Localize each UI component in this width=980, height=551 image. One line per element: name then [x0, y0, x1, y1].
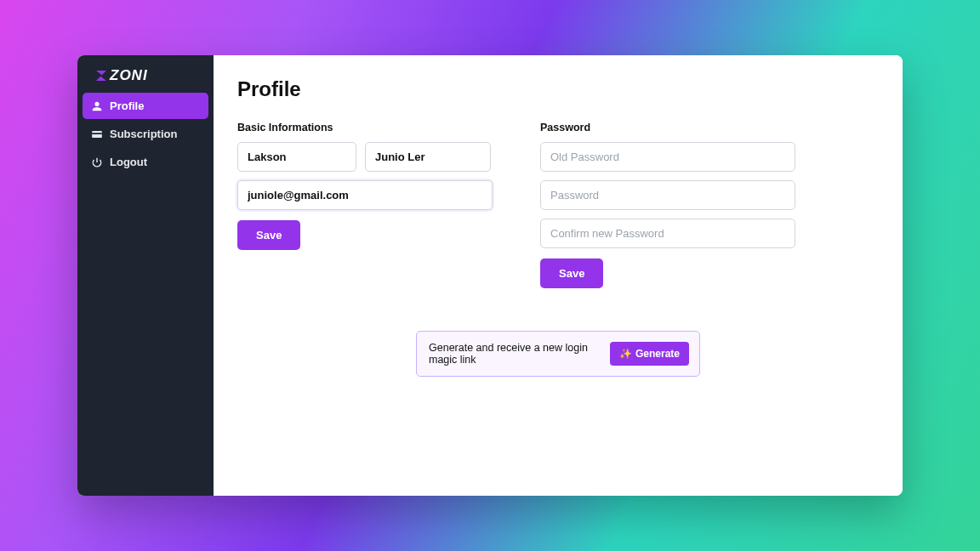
page-title: Profile: [237, 77, 879, 101]
generate-button[interactable]: ✨ Generate: [610, 342, 689, 366]
generate-button-label: Generate: [635, 348, 680, 360]
sidebar-item-label: Logout: [110, 156, 147, 168]
brand-logo-icon: [94, 69, 108, 82]
main-content: Profile Basic Informations Save Password…: [214, 55, 903, 496]
password-section-label: Password: [540, 122, 795, 133]
profile-columns: Basic Informations Save Password Save: [237, 122, 879, 288]
confirm-password-field[interactable]: [540, 219, 795, 248]
brand-logo: ZONI: [77, 55, 214, 93]
sidebar: ZONI Profile Subscription Logout: [77, 55, 214, 496]
user-icon: [91, 100, 103, 112]
magic-link-box: Generate and receive a new login magic l…: [416, 331, 700, 377]
card-icon: [91, 128, 103, 140]
app-window: ZONI Profile Subscription Logout: [77, 55, 903, 496]
password-section: Password Save: [540, 122, 795, 288]
brand-text: ZONI: [110, 67, 148, 84]
power-icon: [91, 156, 103, 168]
basic-section-label: Basic Informations: [237, 122, 493, 133]
sidebar-item-label: Profile: [110, 99, 144, 112]
new-password-field[interactable]: [540, 180, 795, 210]
first-name-field[interactable]: [237, 142, 356, 172]
sidebar-item-profile[interactable]: Profile: [83, 93, 208, 119]
sidebar-item-logout[interactable]: Logout: [83, 149, 208, 175]
sidebar-nav: Profile Subscription Logout: [77, 93, 214, 175]
save-basic-button[interactable]: Save: [237, 220, 300, 250]
svg-rect-1: [92, 133, 102, 134]
sidebar-item-label: Subscription: [110, 128, 177, 140]
email-field[interactable]: [237, 180, 493, 210]
name-row: [237, 142, 493, 172]
sidebar-item-subscription[interactable]: Subscription: [83, 121, 208, 147]
save-password-button[interactable]: Save: [540, 258, 603, 288]
last-name-field[interactable]: [365, 142, 491, 172]
magic-link-text: Generate and receive a new login magic l…: [429, 342, 600, 366]
basic-info-section: Basic Informations Save: [237, 122, 493, 288]
sparkle-icon: ✨: [619, 348, 632, 360]
old-password-field[interactable]: [540, 142, 795, 172]
